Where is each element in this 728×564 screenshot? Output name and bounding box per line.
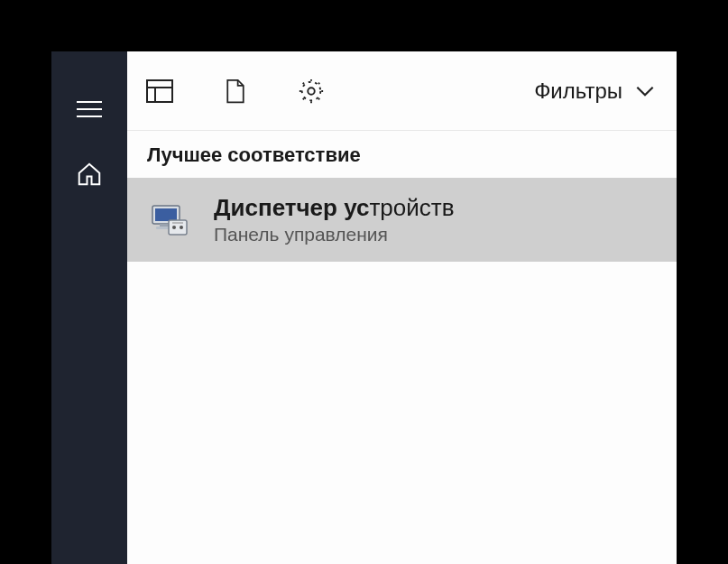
settings-scope-button[interactable] (297, 77, 326, 106)
menu-button[interactable] (51, 77, 127, 142)
result-title: Диспетчер устройств (214, 194, 455, 222)
result-subtitle: Панель управления (214, 224, 455, 245)
topbar: Фильтры (127, 51, 677, 131)
chevron-down-icon (633, 79, 657, 103)
apps-scope-button[interactable] (145, 77, 174, 106)
search-window: Фильтры Лучшее соответствие (51, 51, 677, 564)
best-match-header: Лучшее соответствие (127, 131, 677, 178)
filters-label: Фильтры (534, 79, 622, 104)
result-device-manager[interactable]: Диспетчер устройств Панель управления (127, 178, 677, 262)
svg-point-11 (180, 226, 183, 229)
gear-icon (298, 78, 325, 105)
svg-rect-9 (169, 220, 187, 235)
documents-scope-button[interactable] (221, 77, 250, 106)
scope-icons (136, 77, 326, 106)
svg-rect-6 (155, 208, 177, 221)
device-manager-icon (147, 199, 190, 242)
main-panel: Фильтры Лучшее соответствие (127, 51, 677, 564)
result-title-match: Диспетчер ус (214, 194, 369, 221)
svg-rect-0 (147, 80, 172, 102)
result-title-rest: тройств (369, 194, 454, 221)
sidebar (51, 51, 127, 564)
result-text: Диспетчер устройств Панель управления (214, 194, 455, 245)
home-button[interactable] (51, 142, 127, 207)
svg-point-4 (302, 81, 321, 100)
svg-point-3 (308, 88, 315, 95)
hamburger-icon (77, 101, 102, 117)
apps-icon (145, 77, 174, 106)
home-icon (76, 161, 103, 188)
document-icon (223, 77, 248, 106)
svg-point-10 (172, 226, 176, 229)
filters-dropdown[interactable]: Фильтры (534, 79, 657, 104)
